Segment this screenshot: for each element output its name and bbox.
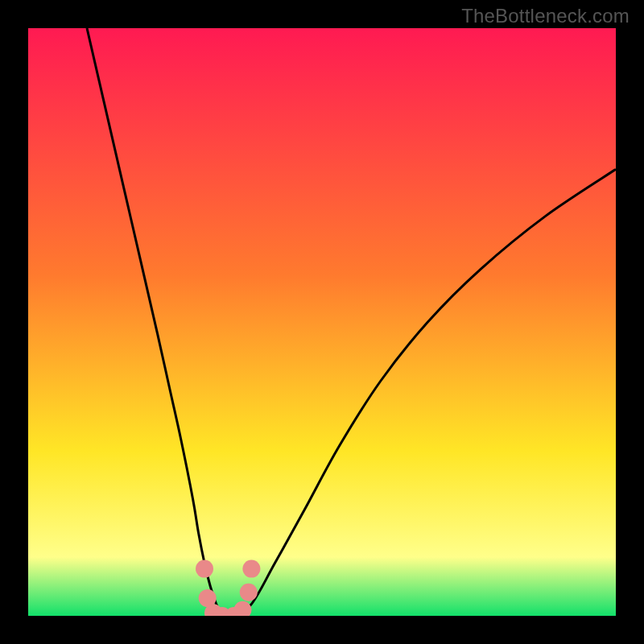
chart-frame: TheBottleneck.com — [0, 0, 644, 644]
marker-dot — [242, 560, 260, 578]
plot-area — [28, 28, 616, 616]
site-watermark: TheBottleneck.com — [461, 5, 630, 27]
chart-svg — [28, 28, 616, 616]
gradient-background — [28, 28, 616, 616]
marker-dot — [240, 584, 258, 601]
marker-dot — [196, 560, 213, 578]
